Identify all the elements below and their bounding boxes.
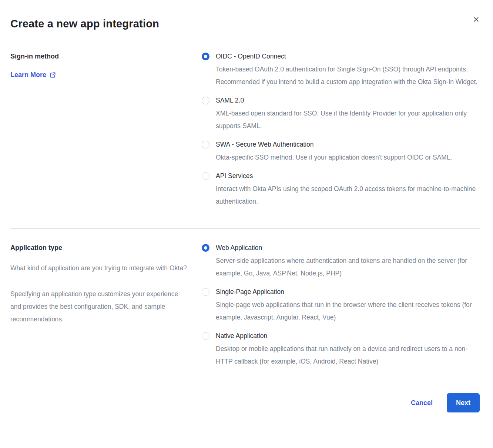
radio-icon[interactable] — [202, 97, 209, 104]
signin-method-label: Sign-in method — [10, 52, 202, 61]
radio-option-description: Single-page web applications that run in… — [216, 298, 480, 324]
radio-option-label: Native Application — [216, 331, 480, 340]
dialog-footer: Cancel Next — [10, 393, 480, 412]
section-divider — [10, 228, 480, 229]
close-icon — [473, 16, 480, 23]
signin-method-section: Sign-in method Learn More OIDC - OpenID … — [10, 52, 480, 215]
radio-option-oidc[interactable]: OIDC - OpenID Connect Token-based OAuth … — [202, 52, 480, 88]
radio-option-label: API Services — [216, 171, 480, 180]
radio-option-single-page-application[interactable]: Single-Page Application Single-page web … — [202, 287, 480, 324]
external-link-icon — [50, 72, 56, 78]
close-button[interactable] — [472, 15, 480, 24]
radio-option-saml[interactable]: SAML 2.0 XML-based open standard for SSO… — [202, 96, 480, 132]
radio-option-label: Web Application — [216, 243, 480, 252]
radio-icon[interactable] — [202, 244, 209, 252]
radio-icon[interactable] — [202, 53, 209, 60]
application-type-question: What kind of application are you trying … — [10, 262, 190, 274]
radio-icon[interactable] — [202, 332, 209, 340]
radio-icon[interactable] — [202, 141, 209, 148]
radio-option-api-services[interactable]: API Services Interact with Okta APIs usi… — [202, 171, 480, 208]
page-title: Create a new app integration — [10, 16, 480, 31]
learn-more-label: Learn More — [10, 71, 46, 79]
radio-icon[interactable] — [202, 172, 209, 180]
radio-option-label: Single-Page Application — [216, 287, 480, 296]
radio-option-swa[interactable]: SWA - Secure Web Authentication Okta-spe… — [202, 140, 480, 164]
application-type-section: Application type What kind of applicatio… — [10, 243, 480, 375]
radio-option-native-application[interactable]: Native Application Desktop or mobile app… — [202, 331, 480, 368]
learn-more-link[interactable]: Learn More — [10, 71, 56, 79]
radio-option-label: SAML 2.0 — [216, 96, 480, 105]
radio-option-web-application[interactable]: Web Application Server-side applications… — [202, 243, 480, 280]
cancel-button[interactable]: Cancel — [411, 399, 433, 407]
radio-option-description: Server-side applications where authentic… — [216, 254, 480, 280]
application-type-label: Application type — [10, 243, 202, 252]
radio-option-description: Okta-specific SSO method. Use if your ap… — [216, 151, 452, 164]
radio-option-description: Token-based OAuth 2.0 authentication for… — [216, 63, 480, 88]
radio-option-description: Interact with Okta APIs using the scoped… — [216, 183, 480, 208]
radio-icon[interactable] — [202, 288, 209, 296]
next-button[interactable]: Next — [447, 393, 480, 412]
radio-option-label: OIDC - OpenID Connect — [216, 52, 480, 61]
create-app-integration-dialog: Create a new app integration Sign-in met… — [0, 0, 493, 412]
radio-option-label: SWA - Secure Web Authentication — [216, 140, 452, 149]
radio-option-description: XML-based open standard for SSO. Use if … — [216, 107, 480, 132]
application-type-help-text: Specifying an application type customize… — [10, 288, 190, 325]
radio-option-description: Desktop or mobile applications that run … — [216, 342, 480, 368]
